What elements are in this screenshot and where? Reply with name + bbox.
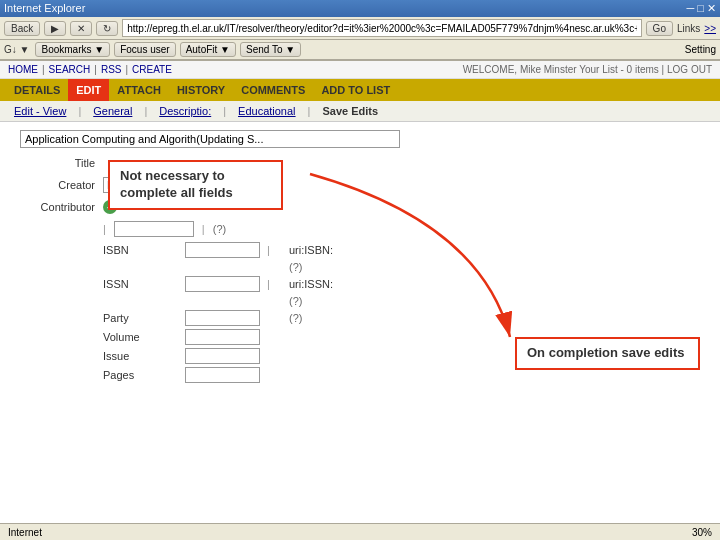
party-help-icon[interactable]: (?) [289, 312, 319, 324]
sub-tab-general[interactable]: General [87, 103, 138, 119]
page-inner: Title Creator (?) Contributor + | [0, 122, 720, 391]
bookmarks-button[interactable]: Bookmarks ▼ [35, 42, 110, 57]
sub-tab-edit-view[interactable]: Edit - View [8, 103, 72, 119]
creator-label: Creator [20, 179, 95, 191]
form-row-extra: | | (?) [103, 220, 700, 238]
tab-history[interactable]: HISTORY [169, 79, 233, 101]
title-bar: Internet Explorer ─ □ ✕ [0, 0, 720, 17]
settings-label: Setting [685, 44, 716, 55]
nav-search[interactable]: SEARCH [49, 64, 91, 75]
breadcrumb: HOME | SEARCH | RSS | CREATE [8, 64, 172, 75]
party-label: Party [103, 312, 183, 324]
toolbar-row-1: Back ▶ ✕ ↻ Go Links >> [0, 17, 720, 40]
status-zone: Internet [8, 527, 42, 538]
top-nav: HOME | SEARCH | RSS | CREATE WELCOME, Mi… [0, 61, 720, 79]
title-input-row [20, 130, 700, 148]
not-necessary-annotation: Not necessary to complete all fields [108, 160, 283, 210]
tab-edit[interactable]: EDIT [68, 79, 109, 101]
status-zoom: 30% [692, 527, 712, 538]
issn-help-icon[interactable]: (?) [289, 295, 319, 307]
volume-label: Volume [103, 331, 183, 343]
tab-bar: DETAILS EDIT ATTACH HISTORY COMMENTS ADD… [0, 79, 720, 101]
page-wrapper: HOME | SEARCH | RSS | CREATE WELCOME, Mi… [0, 61, 720, 523]
party-input[interactable] [185, 310, 260, 326]
issn-uri-label: uri:ISSN: [289, 278, 319, 290]
window-title: Internet Explorer [4, 2, 85, 15]
issue-input[interactable] [185, 348, 260, 364]
sub-tab-bar: Edit - View | General | Descriptio: | Ed… [0, 101, 720, 122]
focus-user-button[interactable]: Focus user [114, 42, 175, 57]
nav-rss[interactable]: RSS [101, 64, 122, 75]
tab-comments[interactable]: COMMENTS [233, 79, 313, 101]
contributor-label: Contributor [20, 201, 95, 213]
sub-tab-description[interactable]: Descriptio: [153, 103, 217, 119]
tab-details[interactable]: DETAILS [6, 79, 68, 101]
isbn-uri-label: uri:ISBN: [289, 244, 319, 256]
sub-tab-educational[interactable]: Educational [232, 103, 302, 119]
nav-home[interactable]: HOME [8, 64, 38, 75]
bookmarks-bar: Bookmarks ▼ Focus user AutoFit ▼ Send To… [35, 42, 301, 57]
isbn-pipe: | [267, 244, 287, 256]
window-controls: ─ □ ✕ [686, 2, 716, 15]
on-completion-annotation: On completion save edits [515, 337, 700, 370]
isbn-input[interactable] [185, 242, 260, 258]
title-label: Title [20, 157, 95, 169]
issn-pipe: | [267, 278, 287, 290]
links-dropdown[interactable]: >> [704, 23, 716, 34]
volume-input[interactable] [185, 329, 260, 345]
autofit-button[interactable]: AutoFit ▼ [180, 42, 236, 57]
forward-button[interactable]: ▶ [44, 21, 66, 36]
isbn-help-icon[interactable]: (?) [289, 261, 319, 273]
go-button[interactable]: Go [646, 21, 673, 36]
issn-label: ISSN [103, 278, 183, 290]
pages-input[interactable] [185, 367, 260, 383]
address-bar[interactable] [122, 19, 641, 37]
pipe2: | [202, 223, 205, 235]
sub-tab-save-edits[interactable]: Save Edits [316, 103, 384, 119]
refresh-button[interactable]: ↻ [96, 21, 118, 36]
separator: | [103, 223, 106, 235]
issn-input[interactable] [185, 276, 260, 292]
main-content: Title Creator (?) Contributor + | [0, 122, 720, 391]
tab-add-to-list[interactable]: ADD TO LIST [313, 79, 398, 101]
toolbar-row-2: G↓ ▼ Bookmarks ▼ Focus user AutoFit ▼ Se… [0, 40, 720, 60]
user-info: WELCOME, Mike Minster Your List - 0 item… [463, 64, 712, 75]
stop-button[interactable]: ✕ [70, 21, 92, 36]
isbn-label: ISBN [103, 244, 183, 256]
nav-create[interactable]: CREATE [132, 64, 172, 75]
back-button[interactable]: Back [4, 21, 40, 36]
contributor-input[interactable] [114, 221, 194, 237]
title-input[interactable] [20, 130, 400, 148]
links-label: Links [677, 23, 700, 34]
pages-label: Pages [103, 369, 183, 381]
issue-label: Issue [103, 350, 183, 362]
send-to-button[interactable]: Send To ▼ [240, 42, 301, 57]
tab-attach[interactable]: ATTACH [109, 79, 169, 101]
status-bar: Internet 30% [0, 523, 720, 540]
contributor-help-icon[interactable]: (?) [213, 223, 226, 235]
google-toolbar: G↓ ▼ [4, 44, 29, 55]
